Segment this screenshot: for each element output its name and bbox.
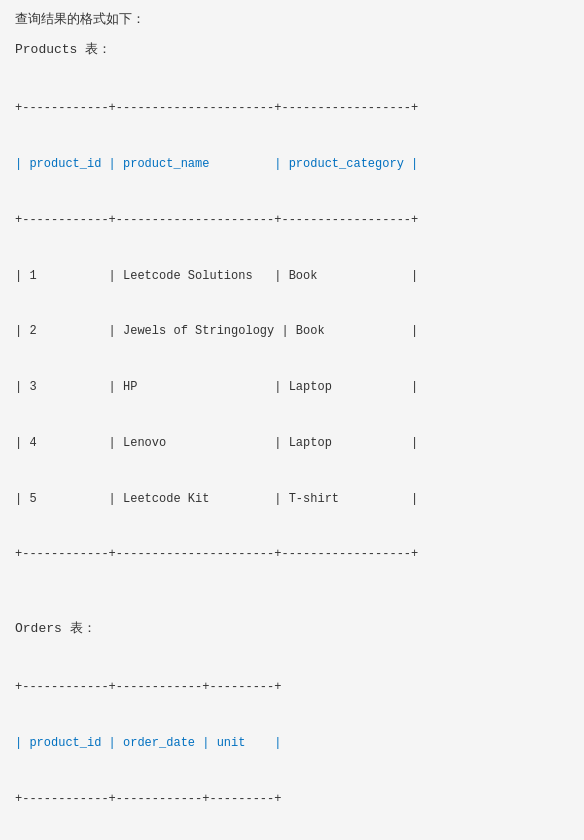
products-table: +------------+----------------------+---… bbox=[15, 62, 569, 601]
page-container: 查询结果的格式如下： Products 表： +------------+---… bbox=[15, 10, 569, 840]
orders-title: Orders 表： bbox=[15, 619, 569, 637]
products-title: Products 表： bbox=[15, 40, 569, 58]
header-text: 查询结果的格式如下： bbox=[15, 10, 569, 28]
table-row: | 2 | Jewels of Stringology | Book | bbox=[15, 322, 569, 341]
orders-table: +------------+------------+---------+ | … bbox=[15, 641, 569, 840]
table-row: | 4 | Lenovo | Laptop | bbox=[15, 434, 569, 453]
orders-sep1: +------------+------------+---------+ bbox=[15, 678, 569, 697]
table-row: | 5 | Leetcode Kit | T-shirt | bbox=[15, 490, 569, 509]
orders-header: | product_id | order_date | unit | bbox=[15, 734, 569, 753]
table-row: | 3 | HP | Laptop | bbox=[15, 378, 569, 397]
products-sep1: +------------+----------------------+---… bbox=[15, 99, 569, 118]
products-section: Products 表： +------------+--------------… bbox=[15, 40, 569, 601]
orders-section: Orders 表： +------------+------------+---… bbox=[15, 619, 569, 840]
products-sep3: +------------+----------------------+---… bbox=[15, 545, 569, 564]
products-sep2: +------------+----------------------+---… bbox=[15, 211, 569, 230]
products-header: | product_id | product_name | product_ca… bbox=[15, 155, 569, 174]
table-row: | 1 | Leetcode Solutions | Book | bbox=[15, 267, 569, 286]
orders-sep2: +------------+------------+---------+ bbox=[15, 790, 569, 809]
